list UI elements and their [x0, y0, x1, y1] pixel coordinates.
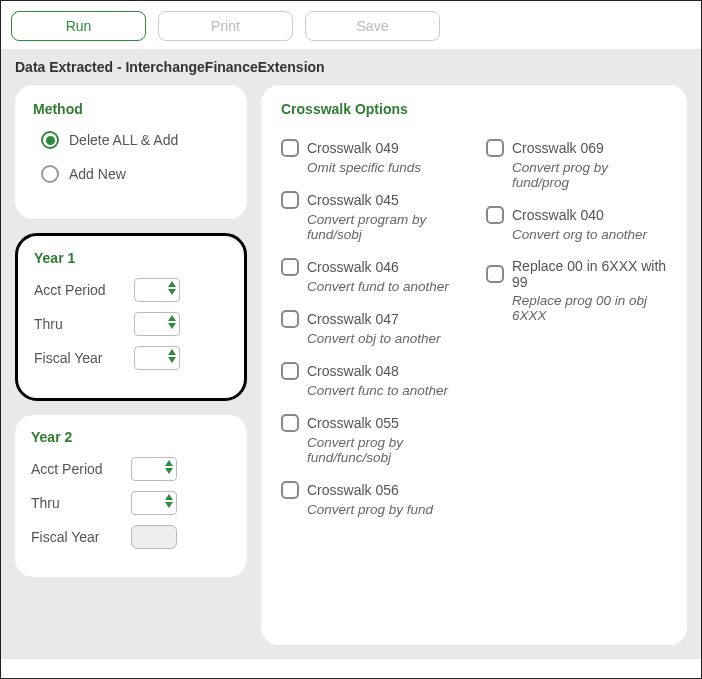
crosswalk-option: Crosswalk 049Omit specific funds: [281, 139, 462, 175]
year2-thru-label: Thru: [31, 495, 131, 511]
crosswalk-checkbox-row[interactable]: Crosswalk 046: [281, 258, 462, 276]
crosswalk-option: Crosswalk 055Convert prog by fund/func/s…: [281, 414, 462, 465]
crosswalk-label: Crosswalk 056: [307, 482, 399, 498]
crosswalk-description: Convert fund to another: [307, 279, 462, 294]
year1-fiscal-year-input[interactable]: [134, 346, 180, 370]
radio-icon: [41, 131, 59, 149]
year2-panel: Year 2 Acct Period Thru Fiscal Year: [15, 415, 247, 577]
crosswalk-option: Crosswalk 045Convert program by fund/sob…: [281, 191, 462, 242]
crosswalk-checkbox-row[interactable]: Crosswalk 049: [281, 139, 462, 157]
checkbox-icon: [281, 139, 299, 157]
crosswalk-option: Replace 00 in 6XXX with 99Replace prog 0…: [486, 258, 667, 323]
chevron-up-icon: [165, 494, 173, 500]
crosswalk-description: Convert prog by fund/prog: [512, 160, 667, 190]
checkbox-icon: [281, 258, 299, 276]
crosswalk-label: Crosswalk 048: [307, 363, 399, 379]
crosswalk-description: Convert org to another: [512, 227, 667, 242]
year2-acct-period-label: Acct Period: [31, 461, 131, 477]
crosswalk-checkbox-row[interactable]: Crosswalk 055: [281, 414, 462, 432]
year1-acct-period-input[interactable]: [134, 278, 180, 302]
year2-fiscal-year-input: [131, 525, 177, 549]
method-option-delete[interactable]: Delete ALL & Add: [41, 131, 229, 149]
method-option-add[interactable]: Add New: [41, 165, 229, 183]
crosswalk-checkbox-row[interactable]: Crosswalk 045: [281, 191, 462, 209]
crosswalk-label: Crosswalk 069: [512, 140, 604, 156]
crosswalk-panel: Crosswalk Options Crosswalk 049Omit spec…: [261, 85, 687, 645]
chevron-up-icon: [168, 349, 176, 355]
checkbox-icon: [281, 362, 299, 380]
crosswalk-description: Replace prog 00 in obj 6XXX: [512, 293, 667, 323]
checkbox-icon: [281, 414, 299, 432]
year2-thru-input[interactable]: [131, 491, 177, 515]
chevron-down-icon: [168, 357, 176, 363]
checkbox-icon: [486, 206, 504, 224]
method-option-label: Delete ALL & Add: [69, 132, 178, 148]
year1-title: Year 1: [34, 250, 228, 266]
crosswalk-description: Convert prog by fund: [307, 502, 462, 517]
crosswalk-label: Crosswalk 047: [307, 311, 399, 327]
checkbox-icon: [281, 310, 299, 328]
checkbox-icon: [281, 481, 299, 499]
save-button: Save: [305, 11, 440, 41]
method-title: Method: [33, 101, 229, 117]
chevron-down-icon: [165, 502, 173, 508]
crosswalk-option: Crosswalk 047Convert obj to another: [281, 310, 462, 346]
crosswalk-label: Replace 00 in 6XXX with 99: [512, 258, 667, 290]
year1-fiscal-year-label: Fiscal Year: [34, 350, 134, 366]
checkbox-icon: [281, 191, 299, 209]
year1-panel: Year 1 Acct Period Thru Fiscal Year: [15, 233, 247, 401]
chevron-up-icon: [165, 460, 173, 466]
crosswalk-checkbox-row[interactable]: Crosswalk 048: [281, 362, 462, 380]
crosswalk-label: Crosswalk 046: [307, 259, 399, 275]
crosswalk-checkbox-row[interactable]: Crosswalk 069: [486, 139, 667, 157]
crosswalk-description: Omit specific funds: [307, 160, 462, 175]
crosswalk-checkbox-row[interactable]: Crosswalk 040: [486, 206, 667, 224]
crosswalk-checkbox-row[interactable]: Replace 00 in 6XXX with 99: [486, 258, 667, 290]
crosswalk-description: Convert program by fund/sobj: [307, 212, 462, 242]
run-button[interactable]: Run: [11, 11, 146, 41]
checkbox-icon: [486, 139, 504, 157]
year1-thru-input[interactable]: [134, 312, 180, 336]
print-button: Print: [158, 11, 293, 41]
chevron-up-icon: [168, 315, 176, 321]
radio-icon: [41, 165, 59, 183]
method-panel: Method Delete ALL & Add Add New: [15, 85, 247, 219]
method-option-label: Add New: [69, 166, 126, 182]
year1-acct-period-label: Acct Period: [34, 282, 134, 298]
crosswalk-description: Convert prog by fund/func/sobj: [307, 435, 462, 465]
crosswalk-checkbox-row[interactable]: Crosswalk 047: [281, 310, 462, 328]
page-title: Data Extracted - InterchangeFinanceExten…: [1, 49, 701, 85]
crosswalk-checkbox-row[interactable]: Crosswalk 056: [281, 481, 462, 499]
chevron-down-icon: [168, 323, 176, 329]
year2-acct-period-input[interactable]: [131, 457, 177, 481]
checkbox-icon: [486, 265, 504, 283]
crosswalk-option: Crosswalk 040Convert org to another: [486, 206, 667, 242]
year2-fiscal-year-label: Fiscal Year: [31, 529, 131, 545]
crosswalk-label: Crosswalk 040: [512, 207, 604, 223]
crosswalk-label: Crosswalk 045: [307, 192, 399, 208]
crosswalk-option: Crosswalk 056Convert prog by fund: [281, 481, 462, 517]
year2-title: Year 2: [31, 429, 231, 445]
crosswalk-title: Crosswalk Options: [281, 101, 667, 117]
crosswalk-option: Crosswalk 046Convert fund to another: [281, 258, 462, 294]
toolbar: Run Print Save: [1, 1, 701, 49]
crosswalk-label: Crosswalk 049: [307, 140, 399, 156]
crosswalk-description: Convert obj to another: [307, 331, 462, 346]
crosswalk-option: Crosswalk 069Convert prog by fund/prog: [486, 139, 667, 190]
year1-thru-label: Thru: [34, 316, 134, 332]
chevron-down-icon: [168, 289, 176, 295]
crosswalk-label: Crosswalk 055: [307, 415, 399, 431]
chevron-down-icon: [165, 468, 173, 474]
crosswalk-option: Crosswalk 048Convert func to another: [281, 362, 462, 398]
crosswalk-description: Convert func to another: [307, 383, 462, 398]
chevron-up-icon: [168, 281, 176, 287]
